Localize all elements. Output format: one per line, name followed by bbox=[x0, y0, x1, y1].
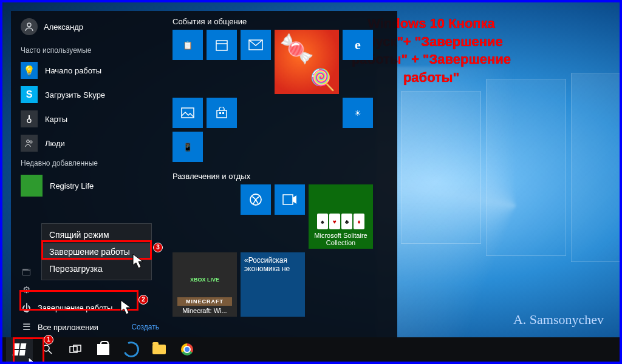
screenshot-frame bbox=[0, 0, 622, 364]
